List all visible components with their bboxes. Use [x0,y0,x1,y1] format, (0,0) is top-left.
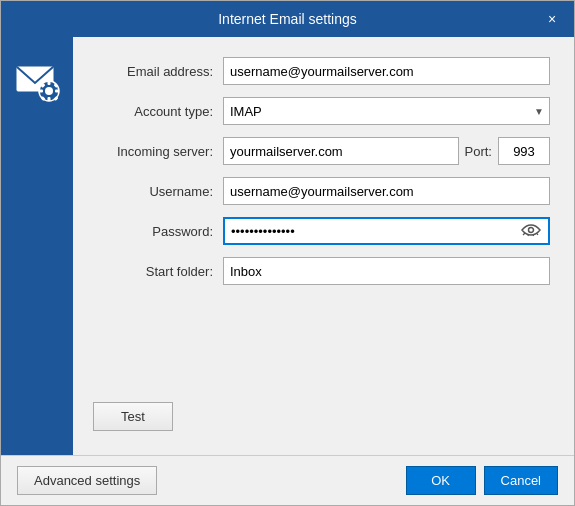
sidebar [1,37,73,455]
email-input[interactable] [223,57,550,85]
form-content: Email address: Account type: IMAP POP3 ▼ [73,37,574,455]
port-input[interactable] [498,137,550,165]
mail-envelope-icon [13,57,61,105]
username-row: Username: [93,177,550,205]
start-folder-label: Start folder: [93,264,223,279]
dialog-title: Internet Email settings [33,11,542,27]
form-rows: Email address: Account type: IMAP POP3 ▼ [93,57,550,392]
incoming-server-input[interactable] [223,137,459,165]
password-input[interactable] [225,219,514,243]
footer-right: OK Cancel [406,466,558,495]
account-type-label: Account type: [93,104,223,119]
svg-rect-6 [55,90,59,93]
svg-line-12 [523,233,525,235]
username-input[interactable] [223,177,550,205]
svg-line-13 [528,234,529,236]
email-row: Email address: [93,57,550,85]
svg-rect-4 [48,97,51,101]
account-type-select[interactable]: IMAP POP3 [223,97,550,125]
ok-button[interactable]: OK [406,466,476,495]
test-section: Test [93,392,550,439]
internet-email-settings-dialog: Internet Email settings × [0,0,575,506]
svg-line-14 [533,234,534,236]
cancel-button[interactable]: Cancel [484,466,558,495]
start-folder-input[interactable] [223,257,550,285]
svg-rect-5 [39,90,43,93]
advanced-settings-button[interactable]: Advanced settings [17,466,157,495]
close-button[interactable]: × [542,9,562,29]
start-folder-row: Start folder: [93,257,550,285]
mail-icon [13,57,61,105]
incoming-server-label: Incoming server: [93,144,223,159]
title-bar: Internet Email settings × [1,1,574,37]
password-wrapper [223,217,550,245]
dialog-body: Email address: Account type: IMAP POP3 ▼ [1,37,574,455]
footer-left: Advanced settings [17,466,157,495]
port-label: Port: [465,144,492,159]
server-port-group: Port: [223,137,550,165]
svg-point-11 [529,227,534,232]
dialog-footer: Advanced settings OK Cancel [1,455,574,505]
email-label: Email address: [93,64,223,79]
account-type-select-wrapper: IMAP POP3 ▼ [223,97,550,125]
password-label: Password: [93,224,223,239]
svg-point-2 [45,87,53,95]
svg-rect-3 [48,81,51,85]
show-password-icon[interactable] [514,223,548,240]
account-type-row: Account type: IMAP POP3 ▼ [93,97,550,125]
password-row: Password: [93,217,550,245]
incoming-server-row: Incoming server: Port: [93,137,550,165]
test-button[interactable]: Test [93,402,173,431]
username-label: Username: [93,184,223,199]
